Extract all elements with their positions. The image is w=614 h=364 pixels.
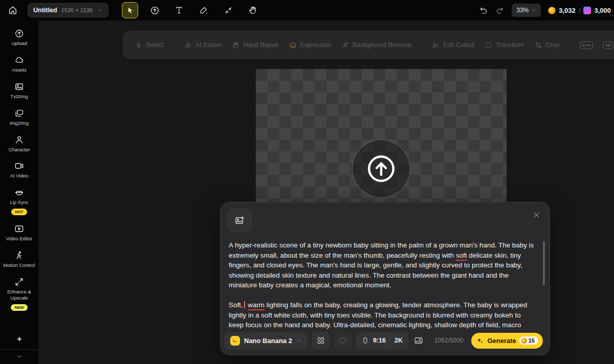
misspelled-word: soft <box>456 252 467 259</box>
close-icon <box>533 211 540 219</box>
home-icon <box>8 5 18 15</box>
output-image-button[interactable] <box>414 336 423 345</box>
person-cutout-icon <box>341 41 349 49</box>
chevron-down-icon <box>296 338 302 344</box>
credits-primary: 3,032 <box>559 7 576 14</box>
phone-portrait-icon <box>362 337 369 344</box>
character-count: 1052/5000 <box>434 337 464 344</box>
edit-toolbar: Select AI Eraser Hand Repair Expression … <box>123 31 614 59</box>
video-camera-icon <box>14 161 24 171</box>
top-bar: Untitled 1536 × 1536 33% <box>0 0 614 20</box>
collapse-tool-button[interactable] <box>220 2 236 18</box>
collapse-arrows-icon <box>224 6 233 15</box>
import-tool-button[interactable] <box>146 2 163 18</box>
sparkle-icon[interactable] <box>15 335 24 344</box>
aspect-ratio-selector[interactable]: 9:16 2K <box>356 332 408 349</box>
sidebar-item-img2img[interactable]: Img2Img <box>1 108 38 126</box>
upload-arrow-icon <box>365 153 397 185</box>
credits-secondary: 3,000 <box>594 7 611 14</box>
text-tool-button[interactable] <box>171 2 187 18</box>
hot-badge: HOT <box>11 209 28 215</box>
crop-icon <box>535 41 542 49</box>
prompt-scrollbar[interactable] <box>543 241 545 285</box>
sidebar-item-txt2img[interactable]: Txt2Img <box>1 82 38 100</box>
edit-tool-background-remove[interactable]: Background Remove <box>341 41 411 49</box>
sidebar-item-ai-video[interactable]: AI Video <box>1 161 38 179</box>
add-reference-image-button[interactable] <box>228 209 252 232</box>
edit-tool-hand-repair[interactable]: Hand Repair <box>232 41 278 49</box>
prompt-textarea[interactable]: A hyper-realistic scene of a tiny newbor… <box>229 240 536 340</box>
home-button[interactable] <box>4 2 21 19</box>
pointer-icon <box>126 6 135 15</box>
main-area: Select AI Eraser Hand Repair Expression … <box>38 20 614 364</box>
prompt-paragraph-1: A hyper-realistic scene of a tiny newbor… <box>229 240 536 290</box>
text-tool-icon <box>174 6 184 15</box>
lips-icon <box>14 188 24 197</box>
sidebar-collapse-button[interactable] <box>0 349 38 364</box>
resolution-value: 2K <box>394 337 403 344</box>
pictures-icon <box>14 108 24 118</box>
palette-icon <box>339 336 347 345</box>
brush-icon <box>199 6 208 15</box>
svg-export-button[interactable]: SVG <box>580 41 593 49</box>
generate-button[interactable]: Generate 15 <box>471 333 543 349</box>
edit-tool-transform[interactable]: Transform <box>485 41 524 49</box>
left-sidebar: Upload Assets Txt2Img Img2Img Character … <box>0 20 38 364</box>
model-name: Nano Banana 2 <box>244 337 292 345</box>
sidebar-item-video-editor[interactable]: Video Editor <box>1 224 38 242</box>
sidebar-item-lip-sync[interactable]: Lip Sync HOT <box>1 188 38 215</box>
sidebar-item-enhance-upscale[interactable]: Enhance & Upscale NEW <box>1 277 38 311</box>
dashed-frame-icon <box>485 41 492 49</box>
smiley-icon <box>289 41 297 49</box>
credits-display[interactable]: 3,032 / 3,000 <box>548 7 611 14</box>
sidebar-bottom <box>0 335 38 364</box>
style-palette-button[interactable] <box>334 332 352 349</box>
canvas-upload-button[interactable] <box>352 140 410 198</box>
topbar-right: 33% 3,032 / 3,000 <box>479 4 614 17</box>
sidebar-item-assets[interactable]: Assets <box>1 55 38 73</box>
document-title: Untitled <box>33 7 57 14</box>
3d-button[interactable]: 3D <box>603 41 613 49</box>
generate-cost-badge: 15 <box>519 336 538 345</box>
select-tool-button[interactable] <box>122 2 138 18</box>
document-selector[interactable]: Untitled 1536 × 1536 <box>28 3 108 17</box>
zoom-dropdown[interactable]: 33% <box>512 4 541 17</box>
redo-button[interactable] <box>495 6 505 15</box>
coin-icon <box>548 7 556 14</box>
text-caret <box>244 301 245 308</box>
close-panel-button[interactable] <box>531 210 541 220</box>
ratio-divider <box>390 336 390 345</box>
edit-tool-expression[interactable]: Expression <box>289 41 332 49</box>
scissors-icon <box>432 41 440 49</box>
circle-arrow-up-icon <box>150 6 160 15</box>
document-size: 1536 × 1536 <box>61 7 93 13</box>
credits-divider: / <box>579 7 581 14</box>
zoom-value: 33% <box>516 7 529 14</box>
undo-icon <box>479 6 488 15</box>
chevron-down-icon <box>16 353 23 360</box>
brush-tool-button[interactable] <box>195 2 212 18</box>
hand-tool-button[interactable] <box>245 2 261 18</box>
edit-tool-ai-eraser[interactable]: AI Eraser <box>184 41 222 49</box>
edit-tool-select[interactable]: Select <box>135 41 164 49</box>
generate-label: Generate <box>487 337 516 345</box>
chevron-down-icon <box>97 7 103 13</box>
edit-tool-edit-cutout[interactable]: Edit Cutout <box>432 41 474 49</box>
sidebar-item-motion-control[interactable]: Motion Control <box>1 251 38 268</box>
sidebar-item-upload[interactable]: Upload <box>1 29 38 47</box>
film-play-icon <box>14 224 24 234</box>
prompt-panel: A hyper-realistic scene of a tiny newbor… <box>220 202 550 355</box>
new-badge: NEW <box>11 304 28 311</box>
model-selector[interactable]: Nano Banana 2 <box>225 332 308 349</box>
edit-tool-crop[interactable]: Crop <box>535 41 560 49</box>
grid-icon <box>317 336 325 345</box>
sidebar-item-character[interactable]: Character <box>1 135 38 153</box>
expand-arrows-icon <box>14 277 24 287</box>
hand-icon <box>248 6 257 15</box>
eraser-icon <box>184 41 192 49</box>
undo-button[interactable] <box>479 6 488 15</box>
generate-cost-value: 15 <box>529 337 535 344</box>
banana-model-icon <box>230 336 240 346</box>
batch-grid-button[interactable] <box>312 332 330 349</box>
person-icon <box>14 135 24 145</box>
